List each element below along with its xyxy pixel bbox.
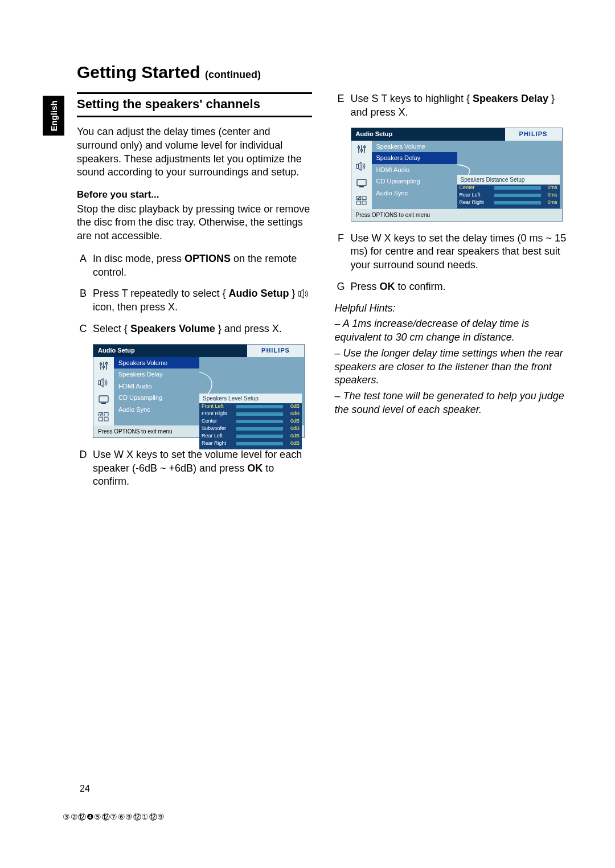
svg-rect-11 <box>101 403 106 404</box>
sliders-icon <box>97 359 110 372</box>
ui-title: Audio Setup <box>351 128 505 141</box>
page-title: Getting Started (continued) <box>46 63 569 82</box>
menu-item-hdmi-audio: HDMI Audio <box>372 164 457 176</box>
menu-item-speakers-volume: Speakers Volume <box>372 141 457 153</box>
language-label: English <box>49 100 59 131</box>
menu-item-speakers-delay: Speakers Delay <box>114 369 199 380</box>
preference-icon <box>355 194 368 207</box>
svg-rect-14 <box>99 417 103 421</box>
svg-rect-15 <box>104 417 108 421</box>
svg-rect-28 <box>362 196 366 199</box>
svg-rect-29 <box>356 201 360 204</box>
section-heading: Setting the speakers' channels <box>77 92 312 117</box>
menu-item-cd-upsampling: CD Upsampling <box>372 175 457 187</box>
audio-setup-panel-delay: Audio Setup PHILIPS <box>351 128 563 222</box>
level-row: Rear Right0dB <box>199 440 302 448</box>
helpful-hints-label: Helpful Hints: <box>335 302 570 316</box>
step-d: D Use W X keys to set the volume level f… <box>77 448 312 489</box>
level-row: Front Left0dB <box>199 403 302 411</box>
ui-menu: Speakers Volume Speakers Delay HDMI Audi… <box>114 357 199 416</box>
sliders-icon <box>355 143 368 155</box>
svg-point-22 <box>363 146 365 148</box>
svg-point-5 <box>100 363 101 365</box>
footer-code: ③②⑫❹⑤⑫⑦⑥⑨⑫①⑫⑨ <box>63 812 165 822</box>
video-icon <box>97 394 110 406</box>
svg-point-20 <box>358 146 359 148</box>
level-row: Center0dB <box>199 418 302 425</box>
hint-3: – The test tone will be generated to hel… <box>335 390 570 417</box>
ui-titlebar: Audio Setup PHILIPS <box>351 128 562 141</box>
language-tab: English <box>43 96 64 136</box>
intro-paragraph: You can adjust the delay times (center a… <box>77 125 312 179</box>
ui-sidebar <box>93 357 114 425</box>
ui-brand: PHILIPS <box>247 345 304 357</box>
step-e: E Use S T keys to highlight { Speakers D… <box>335 92 570 120</box>
svg-point-6 <box>102 366 104 367</box>
left-column: Setting the speakers' channels You can a… <box>77 92 312 497</box>
svg-rect-26 <box>359 186 364 187</box>
step-a: A In disc mode, press OPTIONS on the rem… <box>77 252 312 280</box>
ui-menu: Speakers Volume Speakers Delay HDMI Audi… <box>372 141 457 199</box>
audio-icon <box>355 160 368 173</box>
right-column: E Use S T keys to highlight { Speakers D… <box>335 92 570 497</box>
svg-point-7 <box>105 362 107 364</box>
menu-item-speakers-volume: Speakers Volume <box>114 357 199 369</box>
menu-item-speakers-delay: Speakers Delay <box>372 152 457 164</box>
level-row: Front Right0dB <box>199 411 302 418</box>
svg-point-21 <box>360 149 362 151</box>
ui-footer: Press OPTIONS to exit menu <box>351 209 562 221</box>
ui-titlebar: Audio Setup PHILIPS <box>93 345 304 357</box>
level-row: Rear Left0dB <box>199 433 302 440</box>
delay-row: Center0ms <box>457 185 560 192</box>
before-you-start-body: Stop the disc playback by pressing twice… <box>77 203 312 243</box>
delay-row: Rear Right0ms <box>457 199 560 207</box>
ui-brand: PHILIPS <box>505 128 562 141</box>
menu-item-hdmi-audio: HDMI Audio <box>114 380 199 392</box>
hint-2: – Use the longer delay time settings whe… <box>335 347 570 387</box>
audio-setup-panel-volume: Audio Setup PHILIPS <box>93 344 305 438</box>
svg-rect-25 <box>357 179 366 186</box>
speakers-distance-setup: Speakers Distance Setup Center0ms Rear L… <box>457 175 560 208</box>
menu-item-audio-sync: Audio Sync <box>114 404 199 416</box>
svg-rect-10 <box>99 396 108 402</box>
delay-row: Rear Left0ms <box>457 192 560 199</box>
audio-icon <box>97 376 110 389</box>
ui-sidebar <box>351 141 372 209</box>
step-b: B Press T repeatedly to select { Audio S… <box>77 287 312 314</box>
menu-item-audio-sync: Audio Sync <box>372 187 457 199</box>
step-f: F Use W X keys to set the delay times (0… <box>335 232 570 272</box>
level-row: Subwoofer0dB <box>199 425 302 433</box>
before-you-start-label: Before you start... <box>77 189 312 201</box>
step-g: G Press OK to conﬁrm. <box>335 280 570 294</box>
svg-rect-0 <box>298 292 301 296</box>
svg-rect-13 <box>104 412 108 416</box>
speaker-icon <box>298 288 310 299</box>
svg-marker-1 <box>301 289 304 298</box>
svg-marker-9 <box>101 378 104 387</box>
page-number: 24 <box>80 784 90 794</box>
svg-marker-24 <box>358 162 361 170</box>
speakers-level-setup: Speakers Level Setup Front Left0dB Front… <box>199 394 302 449</box>
hint-1: – A 1ms increase/decrease of delay time … <box>335 317 570 345</box>
ui-title: Audio Setup <box>93 345 247 357</box>
video-icon <box>355 177 368 190</box>
preference-icon <box>97 411 110 423</box>
svg-rect-30 <box>362 201 366 204</box>
menu-item-cd-upsampling: CD Upsampling <box>114 392 199 404</box>
step-c: C Select { Speakers Volume } and press X… <box>77 322 312 336</box>
